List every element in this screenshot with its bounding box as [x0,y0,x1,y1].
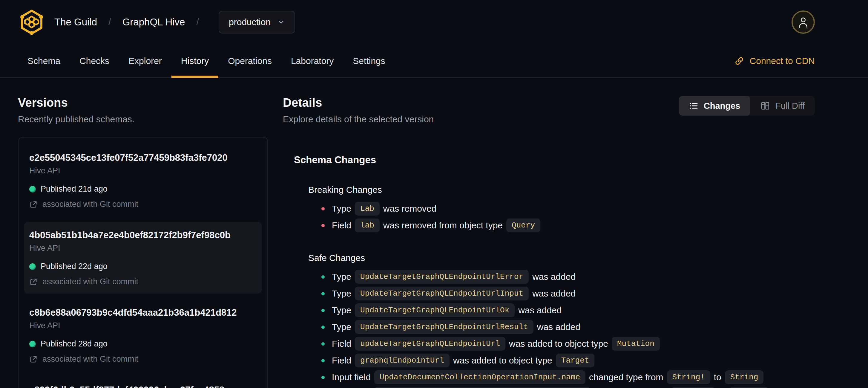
tab-history[interactable]: History [172,44,218,78]
change-text: was removed from object type [383,220,503,231]
version-published-row: Published 28d ago [29,339,256,349]
change-bullet-icon [321,359,325,362]
version-card[interactable]: 4b05ab51b1b4a7e2e4b0ef82172f2b9f7ef98c0b… [24,222,262,294]
details-title: Details [283,96,434,110]
change-text: was added to object type [509,339,608,349]
change-text: Type [332,305,351,316]
code-chip: lab [355,218,380,232]
version-git-row[interactable]: associated with Git commit [29,200,256,209]
chevron-down-icon [277,18,285,26]
version-hash: e2e55045345ce13fe07f52a77459b83fa3fe7020 [29,152,256,163]
published-dot-icon [29,263,36,270]
version-published-row: Published 22d ago [29,262,256,271]
list-icon [689,101,699,111]
version-service: Hive API [29,321,256,330]
change-row: TypeLabwas removed [321,200,815,217]
version-service: Hive API [29,166,256,176]
published-label: Published 28d ago [41,339,107,349]
org-name[interactable]: The Guild [54,17,97,28]
changes-view-button[interactable]: Changes [679,96,750,116]
change-text: Input field [332,372,371,382]
change-row: Input fieldUpdateDocumentCollectionOpera… [321,386,815,388]
hive-logo-icon[interactable] [18,8,45,36]
code-chip: UpdateTargetGraphQLEndpointUrlError [355,270,529,284]
version-published-row: Published 21d ago [29,184,256,194]
user-icon [798,16,809,28]
change-row: FieldupdateTargetGraphQLEndpointUrlwas a… [321,335,815,352]
tab-checks[interactable]: Checks [70,44,119,78]
change-bullet-icon [321,376,325,379]
git-commit-label: associated with Git commit [42,200,138,209]
version-hash: c8b6e88a06793b9c4dfd54aaa21b36a1b421d812 [29,307,256,318]
breaking-changes-title: Breaking Changes [308,185,815,195]
change-bullet-icon [321,326,325,329]
change-bullet-icon [321,292,325,295]
version-card[interactable]: a823f6db2a55df877dcf406006abca97fcc4858c… [24,377,262,388]
change-text: Field [332,339,351,349]
tab-operations[interactable]: Operations [218,44,281,78]
change-text: Type [332,204,351,214]
change-row: TypeUpdateTargetGraphQLEndpointUrlInputw… [321,285,815,302]
change-text: was added [537,322,580,332]
target-selector-dropdown[interactable]: production [219,11,295,33]
schema-changes-title: Schema Changes [294,154,815,166]
details-subtitle: Explore details of the selected version [283,114,434,124]
tab-bar: SchemaChecksExplorerHistoryOperationsLab… [0,44,868,78]
version-list: e2e55045345ce13fe07f52a77459b83fa3fe7020… [18,137,268,388]
change-row: Fieldlabwas removed from object typeQuer… [321,217,815,234]
code-chip: Query [506,218,540,232]
user-avatar-button[interactable] [792,10,815,34]
published-dot-icon [29,341,36,347]
versions-panel: Versions Recently published schemas. e2e… [18,96,268,388]
git-commit-label: associated with Git commit [42,355,138,364]
tab-explorer[interactable]: Explorer [119,44,172,78]
change-text: Field [332,355,351,365]
target-selector-value: production [229,17,271,27]
change-row: Input fieldUpdateDocumentCollectionOpera… [321,369,815,386]
version-card[interactable]: e2e55045345ce13fe07f52a77459b83fa3fe7020… [24,145,262,216]
code-chip: Lab [355,202,380,215]
tab-laboratory[interactable]: Laboratory [281,44,343,78]
change-row: TypeUpdateTargetGraphQLEndpointUrlResult… [321,319,815,335]
code-chip: Target [556,354,595,367]
safe-changes-title: Safe Changes [308,253,815,263]
full-diff-view-label: Full Diff [775,101,805,111]
code-chip: UpdateTargetGraphQLEndpointUrlOk [355,303,515,317]
columns-icon [761,101,770,111]
tab-schema[interactable]: Schema [18,44,70,78]
version-card[interactable]: c8b6e88a06793b9c4dfd54aaa21b36a1b421d812… [24,300,262,371]
connect-cdn-link[interactable]: Connect to CDN [734,44,815,78]
breaking-changes-list: TypeLabwas removedFieldlabwas removed fr… [321,200,815,234]
change-row: FieldgraphqlEndpointUrlwas added to obje… [321,352,815,369]
version-git-row[interactable]: associated with Git commit [29,277,256,287]
external-link-icon [29,355,38,363]
version-git-row[interactable]: associated with Git commit [29,355,256,364]
details-panel: Details Explore details of the selected … [283,96,815,388]
changes-view-label: Changes [704,101,740,111]
external-link-icon [29,278,38,286]
connect-cdn-label: Connect to CDN [750,56,815,66]
project-name[interactable]: GraphQL Hive [122,17,185,28]
change-text: Field [332,220,351,231]
version-hash: 4b05ab51b1b4a7e2e4b0ef82172f2b9f7ef98c0b [29,230,256,241]
code-chip: UpdateTargetGraphQLEndpointUrlResult [355,320,533,334]
change-row: TypeUpdateTargetGraphQLEndpointUrlOkwas … [321,302,815,319]
code-chip: graphqlEndpointUrl [355,354,450,367]
full-diff-view-button[interactable]: Full Diff [750,96,815,116]
tab-settings[interactable]: Settings [343,44,395,78]
external-link-icon [29,200,38,209]
change-bullet-icon [321,275,325,278]
change-text: to [714,372,721,382]
tabs: SchemaChecksExplorerHistoryOperationsLab… [18,44,395,78]
change-text: Type [332,272,351,282]
git-commit-label: associated with Git commit [42,277,138,287]
change-text: was removed [383,204,436,214]
published-label: Published 21d ago [41,184,107,194]
breadcrumb-separator: / [196,17,199,28]
code-chip: Mutation [612,337,660,351]
change-text: Type [332,322,351,332]
change-row: TypeUpdateTargetGraphQLEndpointUrlErrorw… [321,268,815,285]
link-icon [734,56,744,66]
change-text: was added to object type [453,355,552,365]
versions-title: Versions [18,96,268,110]
